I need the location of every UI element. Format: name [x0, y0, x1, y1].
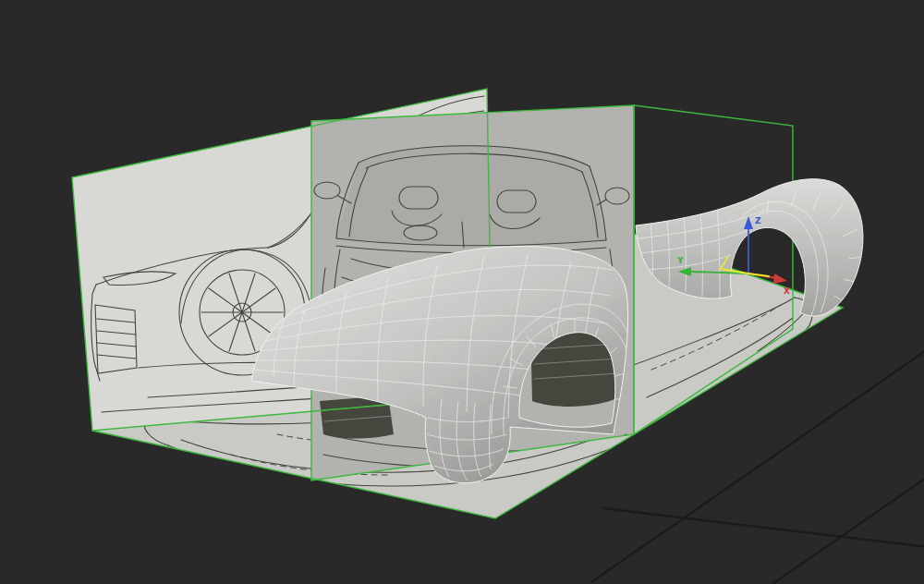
gizmo-x-label: X — [784, 286, 790, 296]
gizmo-y-label: Y — [676, 256, 684, 265]
gizmo-z-label: Z — [755, 216, 761, 225]
windshield-glass — [336, 146, 606, 246]
3d-viewport[interactable]: Z Y X — [0, 0, 924, 584]
